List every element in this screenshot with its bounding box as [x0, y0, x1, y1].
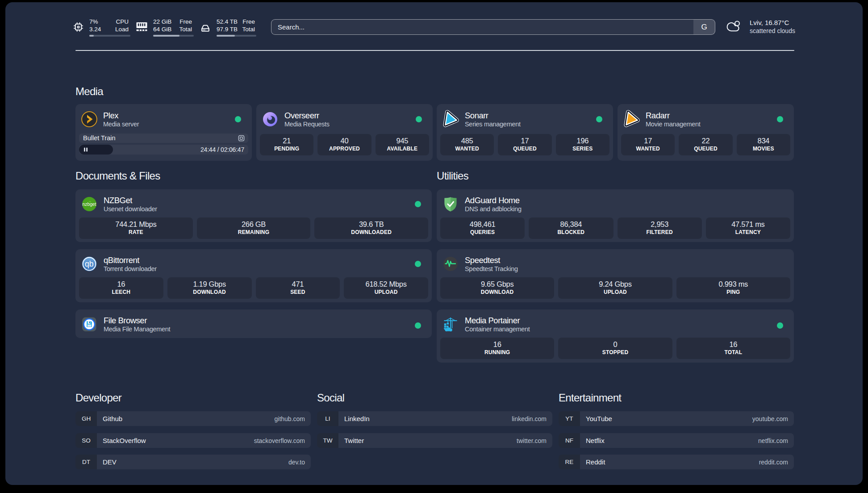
svg-text:qb: qb	[85, 259, 93, 268]
svg-text:nzbget: nzbget	[83, 202, 96, 207]
